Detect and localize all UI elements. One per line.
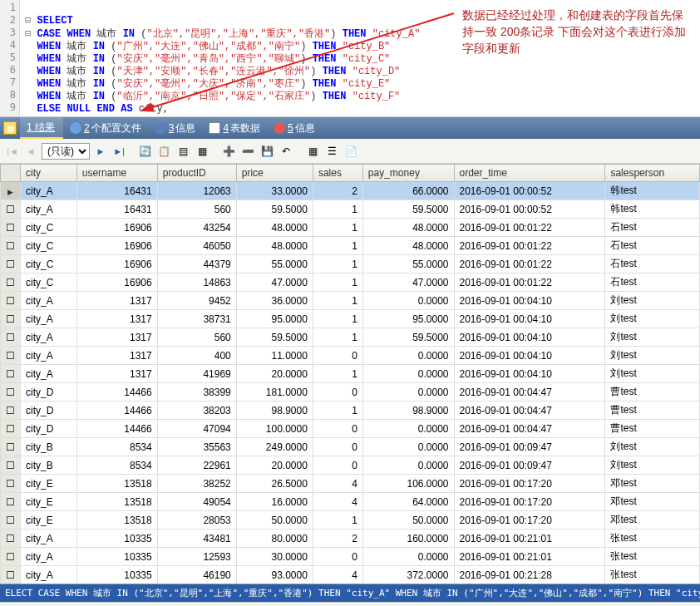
table-row[interactable]: ☐city_E135184905416.0000464.00002016-09-… [1,493,700,511]
save-button[interactable]: 💾 [259,143,275,160]
col-salesperson[interactable]: salesperson [605,165,700,182]
col-city[interactable]: city [21,165,77,182]
table-row[interactable]: ☐city_A131756059.5000159.50002016-09-01 … [1,328,700,347]
readonly-select[interactable]: (只读) [42,143,90,160]
col-productID[interactable]: productID [157,165,236,182]
result-icon: ▦ [3,121,17,135]
refresh-button[interactable]: 🔄 [136,143,153,160]
tab-result-1[interactable]: 1 结果 [20,117,63,139]
grid-icon [209,122,220,134]
table-row[interactable]: ☐city_A103354348180.00002160.00002016-09… [1,530,700,548]
table-row[interactable]: ☐city_C169061486347.0000147.00002016-09-… [1,273,700,292]
table-row[interactable]: ☐city_C169064325448.0000148.00002016-09-… [1,219,700,237]
grid-view-button[interactable]: ▦ [304,143,321,160]
table-row[interactable]: ☐city_D1446638399181.000000.00002016-09-… [1,383,700,402]
annotation-text: 数据已经经过处理，和创建表的字段首先保持一致 200条记录 下面会对这个表进行添… [462,7,690,57]
data-grid-wrap[interactable]: cityusernameproductIDpricesalespay_money… [0,164,700,584]
col-username[interactable]: username [76,165,157,182]
table-row[interactable]: ☐city_E135183825226.50004106.00002016-09… [1,475,700,493]
export-button[interactable]: 📋 [155,143,172,160]
result-tabs: ▦ 1 结果 2 个配置文件 3 信息 4 表数据 5 信息 [0,117,700,139]
tab-profiles[interactable]: 2 个配置文件 [63,117,148,139]
nav-prev[interactable]: ◄ [23,144,38,159]
nav-next[interactable]: ► [93,144,108,159]
table-row[interactable]: ☐city_A1643156059.5000159.50002016-09-01… [1,200,700,219]
insert-row-button[interactable]: ➕ [220,143,237,160]
nav-first[interactable]: |◄ [5,144,20,159]
table-row[interactable]: city_A164311206333.0000266.00002016-09-0… [1,182,700,200]
views-button[interactable]: ▤ [175,143,191,160]
sql-code-editor[interactable]: 123456789 ⊟ SELECT ⊟ CASE WHEN 城市 IN ("北… [0,0,700,117]
grid-toolbar: |◄ ◄ (只读) ► ►| 🔄 📋 ▤ ▦ ➕ ➖ 💾 ↶ ▦ ☰ 📄 [0,139,700,164]
tab-info-3[interactable]: 3 信息 [148,117,203,139]
tab-info-5[interactable]: 5 信息 [267,117,322,139]
cancel-button[interactable]: ↶ [278,143,294,160]
col-pay_money[interactable]: pay_money [362,165,454,182]
data-grid[interactable]: cityusernameproductIDpricesalespay_money… [0,164,700,584]
table-row[interactable]: ☐city_C169064605048.0000148.00002016-09-… [1,237,700,255]
table-row[interactable]: ☐city_A103354619093.00004372.00002016-09… [1,566,700,584]
table-row[interactable]: ☐city_E135182805350.0000150.00002016-09-… [1,511,700,530]
tab-table-data[interactable]: 4 表数据 [202,117,267,139]
line-gutter: 123456789 [0,0,20,116]
table-row[interactable]: ☐city_A13173873195.0000195.00002016-09-0… [1,310,700,328]
table-row[interactable]: ☐city_B853435563249.000000.00002016-09-0… [1,438,700,456]
table-row[interactable]: ☐city_D144663820398.9000198.90002016-09-… [1,402,700,420]
col-sales[interactable]: sales [313,165,362,182]
table-row[interactable]: ☐city_A103351259330.000000.00002016-09-0… [1,548,700,566]
text-view-button[interactable]: 📄 [343,143,359,160]
table-row[interactable]: ☐city_B85342296120.000000.00002016-09-01… [1,456,700,475]
info-icon [155,122,166,134]
kw-select: SELECT [37,15,72,27]
table-row[interactable]: ☐city_A13174196920.000010.00002016-09-01… [1,365,700,383]
table-row[interactable]: ☐city_A1317945236.000010.00002016-09-01 … [1,292,700,310]
form-view-button[interactable]: ☰ [323,143,340,160]
table-row[interactable]: ☐city_C169064437955.0000155.00002016-09-… [1,255,700,273]
table-row[interactable]: ☐city_D1446647094100.000000.00002016-09-… [1,420,700,438]
table-row[interactable]: ☐city_A131740011.000000.00002016-09-01 0… [1,347,700,365]
delete-row-button[interactable]: ➖ [239,143,256,160]
sql-status-strip: ELECT CASE WHEN 城市 IN ("北京","昆明","上海","重… [0,584,700,602]
profile-icon [70,122,81,134]
filter-button[interactable]: ▦ [194,143,210,160]
status-bar: 执行：0.023 sec 总数：0.025 sec 200 行 [0,602,700,606]
col-price[interactable]: price [236,165,313,182]
nav-last[interactable]: ►| [111,144,126,159]
warn-icon [274,122,285,134]
col-order_time[interactable]: order_time [454,165,605,182]
